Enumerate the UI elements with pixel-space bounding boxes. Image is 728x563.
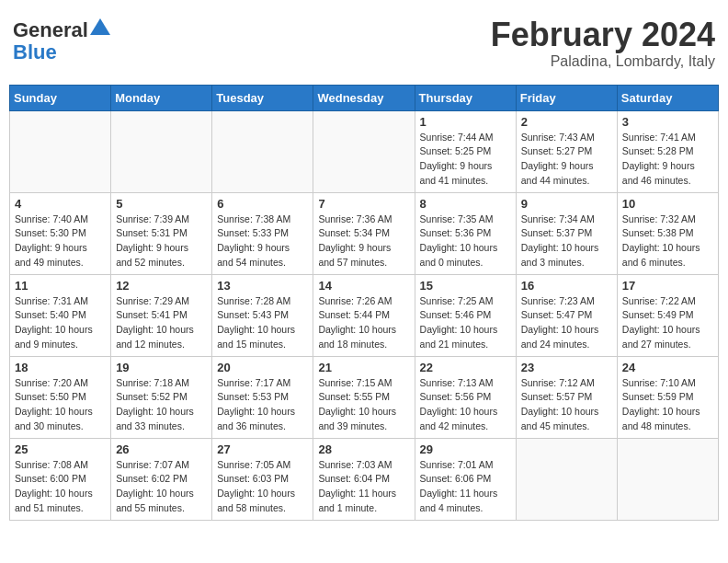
calendar-cell: 4Sunrise: 7:40 AM Sunset: 5:30 PM Daylig… (10, 192, 111, 274)
day-info: Sunrise: 7:29 AM Sunset: 5:41 PM Dayligh… (116, 294, 207, 352)
weekday-header-tuesday: Tuesday (212, 85, 313, 110)
calendar-cell: 12Sunrise: 7:29 AM Sunset: 5:41 PM Dayli… (111, 274, 212, 356)
day-number: 11 (15, 279, 106, 293)
calendar-cell: 29Sunrise: 7:01 AM Sunset: 6:06 PM Dayli… (415, 438, 516, 520)
calendar-cell: 26Sunrise: 7:07 AM Sunset: 6:02 PM Dayli… (111, 438, 212, 520)
day-info: Sunrise: 7:39 AM Sunset: 5:31 PM Dayligh… (116, 213, 207, 270)
day-info: Sunrise: 7:32 AM Sunset: 5:38 PM Dayligh… (622, 213, 713, 270)
calendar-cell: 2Sunrise: 7:43 AM Sunset: 5:27 PM Daylig… (516, 110, 617, 192)
calendar-cell: 28Sunrise: 7:03 AM Sunset: 6:04 PM Dayli… (313, 438, 415, 520)
day-info: Sunrise: 7:34 AM Sunset: 5:37 PM Dayligh… (521, 213, 612, 270)
day-number: 16 (521, 279, 612, 293)
day-info: Sunrise: 7:28 AM Sunset: 5:43 PM Dayligh… (217, 294, 308, 352)
calendar-cell: 9Sunrise: 7:34 AM Sunset: 5:37 PM Daylig… (516, 192, 617, 274)
day-number: 6 (217, 197, 308, 211)
calendar-cell (212, 110, 313, 192)
day-info: Sunrise: 7:12 AM Sunset: 5:57 PM Dayligh… (521, 376, 612, 434)
day-info: Sunrise: 7:07 AM Sunset: 6:02 PM Dayligh… (116, 458, 207, 516)
day-number: 17 (622, 279, 713, 293)
day-number: 29 (420, 442, 511, 456)
location-subtitle: Paladina, Lombardy, Italy (491, 53, 715, 70)
day-info: Sunrise: 7:31 AM Sunset: 5:40 PM Dayligh… (15, 294, 106, 352)
day-info: Sunrise: 7:10 AM Sunset: 5:59 PM Dayligh… (622, 376, 713, 434)
day-number: 12 (116, 279, 207, 293)
day-number: 3 (622, 115, 713, 129)
day-number: 25 (15, 442, 106, 456)
day-info: Sunrise: 7:01 AM Sunset: 6:06 PM Dayligh… (420, 458, 511, 516)
calendar-week-row: 18Sunrise: 7:20 AM Sunset: 5:50 PM Dayli… (10, 356, 719, 438)
day-info: Sunrise: 7:22 AM Sunset: 5:49 PM Dayligh… (622, 294, 713, 352)
day-info: Sunrise: 7:38 AM Sunset: 5:33 PM Dayligh… (217, 213, 308, 270)
calendar-week-row: 25Sunrise: 7:08 AM Sunset: 6:00 PM Dayli… (10, 438, 719, 520)
day-info: Sunrise: 7:17 AM Sunset: 5:53 PM Dayligh… (217, 376, 308, 434)
calendar-cell: 15Sunrise: 7:25 AM Sunset: 5:46 PM Dayli… (415, 274, 516, 356)
page-header: General Blue February 2024 Paladina, Lom… (9, 9, 719, 77)
day-number: 23 (521, 361, 612, 374)
day-info: Sunrise: 7:43 AM Sunset: 5:27 PM Dayligh… (521, 131, 612, 189)
calendar-cell: 6Sunrise: 7:38 AM Sunset: 5:33 PM Daylig… (212, 192, 313, 274)
day-info: Sunrise: 7:35 AM Sunset: 5:36 PM Dayligh… (420, 213, 511, 270)
day-info: Sunrise: 7:05 AM Sunset: 6:03 PM Dayligh… (217, 458, 308, 516)
day-number: 7 (318, 197, 409, 211)
calendar-cell: 22Sunrise: 7:13 AM Sunset: 5:56 PM Dayli… (415, 356, 516, 438)
calendar-cell: 27Sunrise: 7:05 AM Sunset: 6:03 PM Dayli… (212, 438, 313, 520)
day-number: 28 (318, 442, 409, 456)
day-info: Sunrise: 7:03 AM Sunset: 6:04 PM Dayligh… (318, 458, 409, 516)
logo-blue: Blue (13, 40, 57, 63)
calendar-cell: 13Sunrise: 7:28 AM Sunset: 5:43 PM Dayli… (212, 274, 313, 356)
calendar-week-row: 11Sunrise: 7:31 AM Sunset: 5:40 PM Dayli… (10, 274, 719, 356)
day-info: Sunrise: 7:26 AM Sunset: 5:44 PM Dayligh… (318, 294, 409, 352)
day-number: 9 (521, 197, 612, 211)
weekday-header-wednesday: Wednesday (313, 85, 415, 110)
weekday-header-saturday: Saturday (617, 85, 718, 110)
weekday-header-sunday: Sunday (10, 85, 111, 110)
day-number: 8 (420, 197, 511, 211)
calendar-week-row: 4Sunrise: 7:40 AM Sunset: 5:30 PM Daylig… (10, 192, 719, 274)
day-info: Sunrise: 7:36 AM Sunset: 5:34 PM Dayligh… (318, 213, 409, 270)
weekday-header-monday: Monday (111, 85, 212, 110)
day-number: 4 (15, 197, 106, 211)
calendar-cell: 7Sunrise: 7:36 AM Sunset: 5:34 PM Daylig… (313, 192, 415, 274)
day-number: 5 (116, 197, 207, 211)
day-info: Sunrise: 7:44 AM Sunset: 5:25 PM Dayligh… (420, 131, 511, 189)
calendar-cell (313, 110, 415, 192)
calendar-cell: 17Sunrise: 7:22 AM Sunset: 5:49 PM Dayli… (617, 274, 718, 356)
weekday-header-row: SundayMondayTuesdayWednesdayThursdayFrid… (10, 85, 719, 110)
day-number: 14 (318, 279, 409, 293)
calendar-cell (10, 110, 111, 192)
month-title: February 2024 (491, 17, 715, 53)
weekday-header-thursday: Thursday (415, 85, 516, 110)
day-number: 27 (217, 442, 308, 456)
calendar-cell: 20Sunrise: 7:17 AM Sunset: 5:53 PM Dayli… (212, 356, 313, 438)
day-info: Sunrise: 7:18 AM Sunset: 5:52 PM Dayligh… (116, 376, 207, 434)
day-number: 22 (420, 361, 511, 374)
calendar-cell: 14Sunrise: 7:26 AM Sunset: 5:44 PM Dayli… (313, 274, 415, 356)
svg-marker-0 (90, 18, 110, 35)
day-number: 13 (217, 279, 308, 293)
calendar-cell: 18Sunrise: 7:20 AM Sunset: 5:50 PM Dayli… (10, 356, 111, 438)
day-info: Sunrise: 7:23 AM Sunset: 5:47 PM Dayligh… (521, 294, 612, 352)
calendar-cell: 3Sunrise: 7:41 AM Sunset: 5:28 PM Daylig… (617, 110, 718, 192)
day-number: 18 (15, 361, 106, 374)
calendar-cell: 5Sunrise: 7:39 AM Sunset: 5:31 PM Daylig… (111, 192, 212, 274)
calendar-cell (516, 438, 617, 520)
day-number: 21 (318, 361, 409, 374)
calendar-cell: 23Sunrise: 7:12 AM Sunset: 5:57 PM Dayli… (516, 356, 617, 438)
calendar-cell (617, 438, 718, 520)
day-number: 15 (420, 279, 511, 293)
weekday-header-friday: Friday (516, 85, 617, 110)
logo-general: General (13, 18, 88, 41)
logo: General Blue (13, 17, 110, 63)
calendar-cell (111, 110, 212, 192)
day-info: Sunrise: 7:08 AM Sunset: 6:00 PM Dayligh… (15, 458, 106, 516)
day-number: 26 (116, 442, 207, 456)
logo-triangle-icon (90, 17, 110, 37)
day-number: 19 (116, 361, 207, 374)
day-number: 20 (217, 361, 308, 374)
calendar-cell: 25Sunrise: 7:08 AM Sunset: 6:00 PM Dayli… (10, 438, 111, 520)
day-number: 2 (521, 115, 612, 129)
calendar-cell: 10Sunrise: 7:32 AM Sunset: 5:38 PM Dayli… (617, 192, 718, 274)
calendar-cell: 1Sunrise: 7:44 AM Sunset: 5:25 PM Daylig… (415, 110, 516, 192)
day-info: Sunrise: 7:20 AM Sunset: 5:50 PM Dayligh… (15, 376, 106, 434)
day-info: Sunrise: 7:15 AM Sunset: 5:55 PM Dayligh… (318, 376, 409, 434)
